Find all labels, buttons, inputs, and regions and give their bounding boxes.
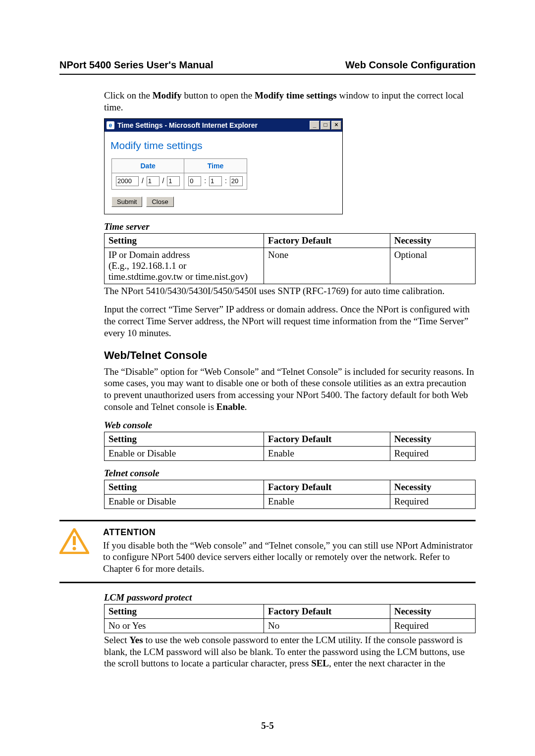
date-cell: / / [112, 173, 184, 189]
lcm-table: Setting Factory Default Necessity No or … [104, 604, 476, 633]
time-sep-1: : [203, 177, 207, 185]
time-cell: : : [184, 173, 247, 189]
attention-block: ATTENTION If you disable both the “Web c… [59, 520, 476, 583]
month-input[interactable] [147, 176, 160, 186]
maximize-button[interactable]: □ [321, 121, 330, 130]
attention-body: If you disable both the “Web console” an… [103, 540, 476, 575]
hour-input[interactable] [188, 176, 201, 186]
time-server-para: Input the correct “Time Server” IP addre… [104, 303, 476, 339]
attention-title: ATTENTION [103, 527, 476, 538]
telnet-console-caption: Telnet console [104, 468, 476, 479]
lcm-note: Select Yes to use the web console passwo… [104, 634, 476, 669]
wc-setting: Enable or Disable [105, 446, 264, 460]
close-button[interactable]: Close [146, 197, 173, 207]
dialog-titlebar: e Time Settings - Microsoft Internet Exp… [105, 119, 342, 132]
wc-th-setting: Setting [105, 432, 264, 446]
minimize-button[interactable]: _ [310, 121, 320, 130]
time-settings-dialog: e Time Settings - Microsoft Internet Exp… [104, 118, 343, 214]
lcm-caption: LCM password protect [104, 592, 476, 603]
header-right: Web Console Configuration [345, 59, 476, 71]
date-time-table: Date Time / / : [111, 158, 247, 190]
lcm-default: No [264, 618, 390, 633]
date-sep-1: / [141, 177, 145, 185]
tc-setting: Enable or Disable [105, 494, 264, 508]
time-sep-2: : [224, 177, 228, 185]
header-left: NPort 5400 Series User's Manual [59, 59, 213, 71]
ts-setting: IP or Domain address (E.g., 192.168.1.1 … [105, 248, 264, 284]
lcm-necessity: Required [390, 618, 475, 633]
intro-paragraph: Click on the Modify button to open the M… [104, 90, 476, 113]
minute-input[interactable] [209, 176, 222, 186]
year-input[interactable] [116, 176, 139, 186]
th-setting: Setting [105, 233, 264, 248]
page-number: 5-5 [0, 720, 535, 731]
lcm-th-setting: Setting [105, 604, 264, 618]
time-server-caption: Time server [104, 221, 476, 232]
time-server-table: Setting Factory Default Necessity IP or … [104, 233, 476, 284]
dialog-window-title: Time Settings - Microsoft Internet Explo… [117, 121, 310, 129]
tc-th-setting: Setting [105, 480, 264, 494]
wc-necessity: Required [390, 446, 475, 460]
time-header: Time [184, 158, 247, 173]
web-telnet-para: The “Disable” option for “Web Console” a… [104, 366, 476, 413]
second-input[interactable] [230, 176, 243, 186]
time-server-note: The NPort 5410/5430/5430I/5450/5450I use… [104, 285, 476, 297]
svg-rect-1 [73, 536, 76, 545]
dialog-title: Modify time settings [110, 140, 337, 151]
tc-default: Enable [264, 494, 390, 508]
web-console-table: Setting Factory Default Necessity Enable… [104, 432, 476, 461]
lcm-setting: No or Yes [105, 618, 264, 633]
telnet-console-table: Setting Factory Default Necessity Enable… [104, 480, 476, 509]
tc-necessity: Required [390, 494, 475, 508]
web-telnet-heading: Web/Telnet Console [104, 349, 476, 362]
th-default: Factory Default [264, 233, 390, 248]
tc-th-necessity: Necessity [390, 480, 475, 494]
submit-button[interactable]: Submit [111, 197, 142, 207]
web-console-caption: Web console [104, 420, 476, 431]
date-header: Date [112, 158, 184, 173]
lcm-th-default: Factory Default [264, 604, 390, 618]
th-necessity: Necessity [390, 233, 475, 248]
close-window-button[interactable]: × [331, 121, 341, 130]
svg-point-2 [73, 547, 76, 550]
page-header: NPort 5400 Series User's Manual Web Cons… [59, 59, 476, 71]
header-rule [59, 74, 476, 75]
day-input[interactable] [167, 176, 180, 186]
wc-th-default: Factory Default [264, 432, 390, 446]
wc-default: Enable [264, 446, 390, 460]
warning-icon [59, 527, 95, 575]
tc-th-default: Factory Default [264, 480, 390, 494]
date-sep-2: / [161, 177, 165, 185]
ts-necessity: Optional [390, 248, 475, 284]
lcm-th-necessity: Necessity [390, 604, 475, 618]
ie-icon: e [107, 121, 114, 129]
ts-default: None [264, 248, 390, 284]
wc-th-necessity: Necessity [390, 432, 475, 446]
